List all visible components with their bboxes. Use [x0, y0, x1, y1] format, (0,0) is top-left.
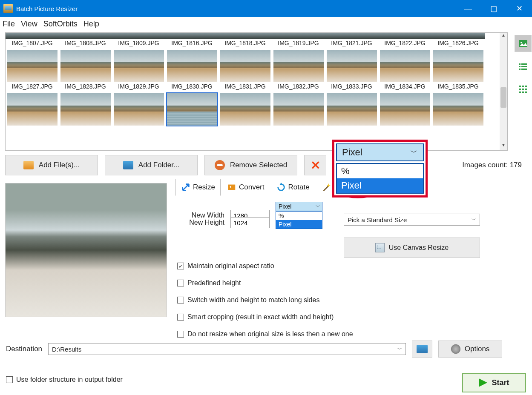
width-unit-select[interactable]: Pixel﹀ — [276, 202, 322, 211]
no-resize-smaller-label: Do not resize when original size is less… — [187, 330, 353, 338]
add-files-label: Add File(s)... — [39, 161, 80, 169]
thumbnail-image — [167, 93, 217, 126]
thumbnail[interactable]: IMG_1834.JPG — [378, 82, 431, 126]
maximize-button[interactable]: ▢ — [481, 0, 506, 17]
predefined-height-label: Predefined height — [187, 279, 241, 287]
thumbnail-label: IMG_1830.JPG — [165, 82, 219, 92]
aspect-ratio-label: Maintain original aspect ratio — [187, 262, 274, 270]
height-input[interactable] — [230, 217, 270, 228]
svg-rect-15 — [522, 92, 524, 93]
unit-option-percent[interactable]: % — [276, 212, 322, 220]
thumbnail[interactable]: IMG_1835.JPG — [431, 82, 485, 126]
thumbnail-label: IMG_1809.JPG — [112, 39, 165, 49]
thumbnail-label: IMG_1829.JPG — [112, 82, 165, 92]
scroll-up-icon[interactable]: ▲ — [500, 33, 507, 40]
use-folder-structure-label: Use folder structure in output folder — [16, 376, 123, 384]
remove-selected-button[interactable]: Remove Selected — [204, 155, 297, 175]
thumbnail-scrollbar[interactable]: ▲ ▼ — [500, 33, 507, 150]
thumbnail-image — [114, 93, 164, 126]
x-icon: ✕ — [311, 158, 320, 172]
aspect-ratio-checkbox[interactable] — [177, 263, 184, 269]
svg-rect-11 — [519, 89, 521, 90]
use-folder-structure-checkbox[interactable] — [6, 376, 13, 383]
svg-rect-6 — [519, 69, 520, 70]
title-bar: Batch Picture Resizer — ▢ ✕ — [0, 0, 532, 17]
thumbnail[interactable]: IMG_1830.JPG — [165, 82, 219, 126]
thumbnail[interactable]: IMG_1808.JPG — [59, 33, 112, 82]
smart-cropping-checkbox[interactable] — [177, 314, 184, 321]
tab-convert[interactable]: Convert — [221, 179, 270, 196]
thumbnail-panel[interactable]: IMG_1807.JPGIMG_1808.JPGIMG_1809.JPGIMG_… — [5, 32, 508, 151]
menu-help[interactable]: Help — [83, 20, 99, 29]
unit-option-pixel[interactable]: Pixel — [276, 220, 322, 229]
picture-icon — [518, 38, 528, 49]
thumbnail-image — [60, 93, 111, 126]
thumbnail[interactable]: IMG_1816.JPG — [165, 33, 219, 82]
convert-icon — [227, 183, 236, 192]
switch-sides-checkbox[interactable] — [177, 297, 184, 303]
width-unit-dropdown[interactable]: % Pixel — [276, 211, 322, 229]
svg-rect-17 — [228, 185, 236, 190]
predefined-height-checkbox[interactable] — [177, 280, 184, 286]
thumbnail-image — [220, 93, 270, 126]
remove-selected-label: Remove Selected — [230, 161, 287, 169]
thumbnail-image — [60, 50, 111, 82]
unit-dropdown-overlay: Pixel﹀ % Pixel — [332, 140, 428, 198]
thumbnail-image — [273, 93, 324, 126]
tab-resize[interactable]: Resize — [175, 179, 221, 196]
resize-icon — [181, 183, 190, 192]
svg-rect-9 — [522, 86, 524, 87]
folder-icon — [123, 161, 133, 169]
options-button[interactable]: Options — [438, 341, 502, 358]
menu-softorbits[interactable]: SoftOrbits — [43, 20, 78, 29]
tab-rotate[interactable]: Rotate — [271, 179, 315, 196]
close-button[interactable]: ✕ — [506, 0, 532, 17]
canvas-resize-button[interactable]: Use Canvas Resize — [344, 238, 480, 258]
thumbnail[interactable]: IMG_1818.JPG — [219, 33, 272, 82]
overlay-selected[interactable]: Pixel﹀ — [336, 143, 424, 161]
menu-bar: File View SoftOrbits Help — [0, 17, 532, 31]
menu-view[interactable]: View — [21, 20, 37, 29]
thumbnail[interactable]: IMG_1829.JPG — [112, 82, 165, 126]
thumbnail[interactable]: IMG_1807.JPG — [6, 33, 59, 82]
thumbnail[interactable]: IMG_1827.JPG — [6, 82, 59, 126]
no-resize-smaller-checkbox[interactable] — [177, 331, 184, 338]
thumbnail-image — [114, 50, 164, 82]
thumbnail[interactable]: IMG_1833.JPG — [325, 82, 378, 126]
preview-image — [5, 183, 167, 317]
gear-icon — [451, 344, 460, 354]
svg-rect-12 — [522, 89, 524, 90]
menu-file[interactable]: File — [3, 20, 15, 29]
thumbnail-label: IMG_1807.JPG — [6, 39, 59, 49]
standard-size-select[interactable]: Pick a Standard Size﹀ — [344, 214, 480, 226]
thumbnail[interactable]: IMG_1826.JPG — [431, 33, 485, 82]
view-list-button[interactable] — [515, 58, 532, 75]
overlay-option-pixel[interactable]: Pixel — [337, 178, 423, 193]
chevron-down-icon: ﹀ — [316, 203, 320, 210]
thumbnail[interactable]: IMG_1822.JPG — [378, 33, 431, 82]
thumbnail[interactable]: IMG_1819.JPG — [272, 33, 325, 82]
destination-input[interactable]: D:\Results﹀ — [48, 343, 406, 355]
svg-rect-16 — [525, 92, 527, 93]
thumbnail-image — [433, 93, 483, 126]
thumbnail-image — [7, 93, 58, 126]
add-folder-button[interactable]: Add Folder... — [105, 155, 198, 175]
thumbnail[interactable]: IMG_1809.JPG — [112, 33, 165, 82]
rotate-icon — [276, 183, 286, 192]
view-details-button[interactable] — [515, 81, 532, 98]
thumbnail[interactable]: IMG_1831.JPG — [219, 82, 272, 126]
add-files-button[interactable]: Add File(s)... — [5, 155, 98, 175]
thumbnail[interactable]: IMG_1828.JPG — [59, 82, 112, 126]
view-thumbnails-button[interactable] — [515, 35, 532, 52]
start-button[interactable]: Start — [462, 373, 526, 392]
thumbnail-label: IMG_1828.JPG — [59, 82, 112, 92]
overlay-option-percent[interactable]: % — [337, 164, 423, 178]
minimize-button[interactable]: — — [455, 0, 481, 17]
scroll-down-icon[interactable]: ▼ — [500, 143, 507, 150]
thumbnail[interactable]: IMG_1832.JPG — [272, 82, 325, 126]
remove-all-button[interactable]: ✕ — [304, 155, 326, 175]
thumbnail-image — [167, 50, 217, 82]
scroll-thumb[interactable] — [500, 87, 506, 108]
thumbnail[interactable]: IMG_1821.JPG — [325, 33, 378, 82]
browse-folder-button[interactable] — [412, 341, 432, 358]
